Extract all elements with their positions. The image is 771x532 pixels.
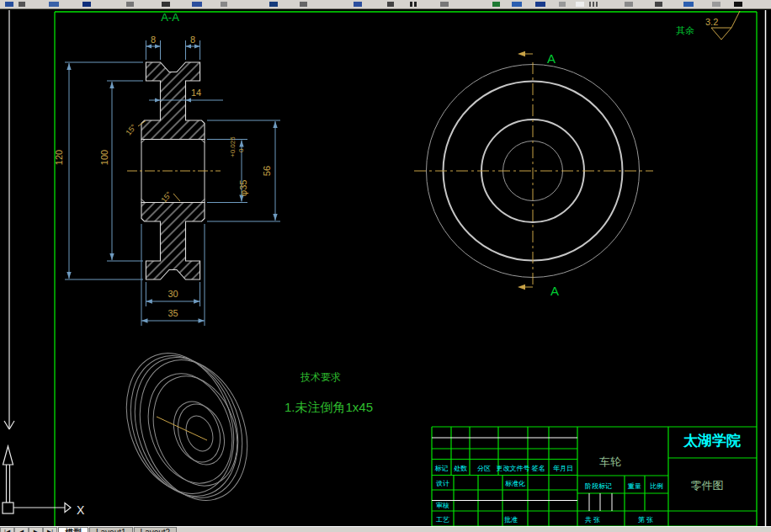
- label-approve: 批准: [504, 516, 518, 524]
- iso-axis-line: [157, 417, 207, 440]
- label-audit: 审核: [436, 502, 449, 509]
- application-window: 120 100 8 8 14 56 φ35 +0.025 0 30 35 15°…: [0, 0, 771, 532]
- dim-bore-tol-upper: +0.025: [229, 136, 237, 157]
- tech-req-item: 1.未注倒角1x45: [284, 400, 373, 414]
- model-space-canvas[interactable]: 120 100 8 8 14 56 φ35 +0.025 0 30 35 15°…: [0, 0, 771, 532]
- dim-chamfer-top: 15°: [125, 122, 139, 136]
- dim-bore-group: φ35 +0.025 0: [229, 136, 248, 196]
- label-weight: 重量: [627, 482, 641, 490]
- surface-roughness-value: 3.2: [705, 17, 718, 27]
- label-standard: 标准化: [505, 480, 525, 487]
- section-view: 120 100 8 8 14 56 φ35 +0.025 0 30 35 15°…: [54, 11, 280, 326]
- ucs-up-arrow: [3, 446, 13, 465]
- th-mark: 标记: [435, 465, 449, 472]
- tab-model[interactable]: 模型: [58, 527, 88, 532]
- th-zone: 分区: [477, 465, 491, 472]
- dim-web-width: 14: [191, 88, 201, 98]
- ucs-x-label: X: [77, 503, 85, 517]
- company-name: 太湖学院: [683, 433, 742, 449]
- dim-groove-right: 8: [190, 35, 195, 45]
- dim-bore-tol-lower: 0: [237, 148, 245, 152]
- ucs-origin-box: [3, 503, 13, 513]
- tab-layout1[interactable]: Layout1: [89, 527, 133, 532]
- surface-finish-note: 其余 3.2: [676, 11, 740, 40]
- dim-hub-dia: 56: [262, 166, 272, 176]
- label-sheet-no: 第 张: [638, 516, 653, 524]
- isometric-view: [108, 338, 266, 516]
- label-design: 设计: [436, 480, 449, 487]
- section-view-title: A-A: [161, 11, 179, 24]
- th-date: 年月日: [553, 465, 573, 472]
- th-change-file: 更改文件号: [497, 465, 530, 472]
- dim-groove-left: 8: [151, 35, 156, 45]
- label-scale: 比例: [650, 482, 663, 490]
- tab-nav-next-icon[interactable]: ▶: [29, 527, 43, 532]
- tab-nav-prev-icon[interactable]: ◀: [14, 527, 29, 532]
- label-stage: 阶段标记: [585, 482, 612, 490]
- dim-outer-dia: 120: [54, 150, 64, 165]
- ucs-x-arrow: [65, 503, 71, 513]
- section-mark-bottom: A: [550, 284, 559, 298]
- th-signature: 签名: [532, 465, 545, 472]
- technical-requirements: 技术要求 1.未注倒角1x45: [284, 371, 373, 414]
- tech-req-title: 技术要求: [300, 371, 341, 383]
- section-upper-half: [141, 62, 205, 140]
- layout-tab-bar: |◀ ◀ ▶ ▶| 模型 Layout1 Layout2: [0, 526, 771, 532]
- dim-hub-width: 35: [167, 308, 178, 318]
- doc-type: 零件图: [691, 479, 724, 492]
- th-count: 处数: [454, 465, 467, 472]
- label-total-sheets: 共 张: [585, 516, 600, 524]
- tab-nav-last-icon[interactable]: ▶|: [43, 527, 57, 532]
- surface-prefix: 其余: [676, 25, 694, 35]
- section-mark-top: A: [547, 51, 556, 66]
- dim-rim-inner-dia: 100: [99, 150, 109, 165]
- front-view-centerlines: [414, 62, 653, 288]
- dim-rim-width: 30: [167, 289, 178, 299]
- part-name: 车轮: [599, 455, 621, 468]
- section-lower-half: [141, 203, 205, 280]
- label-process: 工艺: [436, 516, 449, 524]
- ucs-icon: X: [3, 10, 85, 517]
- tab-layout2[interactable]: Layout2: [134, 527, 178, 532]
- dim-bore: φ35: [238, 180, 248, 196]
- front-view: A A: [414, 51, 653, 298]
- tab-nav-first-icon[interactable]: |◀: [0, 527, 14, 532]
- title-block: 标记 处数 分区 更改文件号 签名 年月日 设计 标准化 审核 工艺 批准 阶段…: [432, 427, 757, 526]
